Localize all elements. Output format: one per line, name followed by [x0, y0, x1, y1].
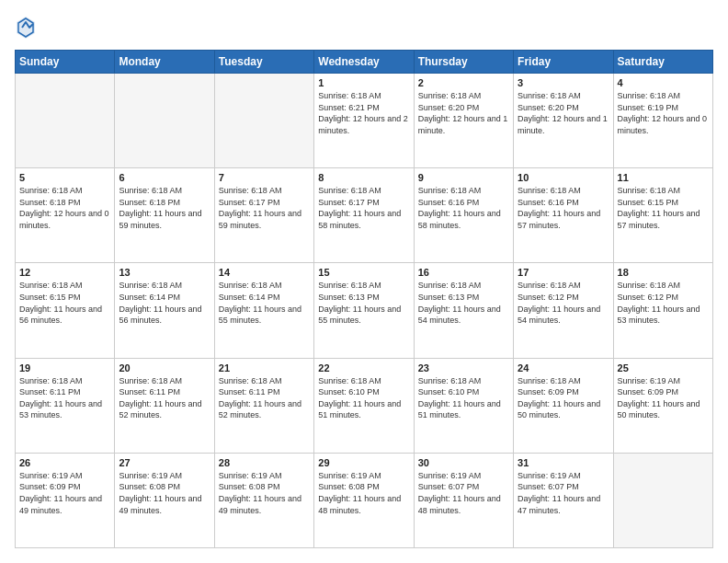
day-info: Sunrise: 6:18 AM Sunset: 6:21 PM Dayligh…: [318, 90, 409, 136]
day-info: Sunrise: 6:18 AM Sunset: 6:13 PM Dayligh…: [318, 280, 409, 326]
calendar-cell: [214, 74, 313, 168]
calendar-cell: 10Sunrise: 6:18 AM Sunset: 6:16 PM Dayli…: [514, 168, 613, 263]
calendar-cell: 1Sunrise: 6:18 AM Sunset: 6:21 PM Daylig…: [314, 74, 414, 168]
calendar-cell: 21Sunrise: 6:18 AM Sunset: 6:11 PM Dayli…: [214, 358, 313, 453]
day-number: 27: [119, 457, 210, 468]
day-number: 19: [19, 362, 110, 373]
calendar-cell: [115, 74, 214, 168]
day-number: 29: [318, 457, 409, 468]
calendar-cell: 9Sunrise: 6:18 AM Sunset: 6:16 PM Daylig…: [414, 168, 513, 263]
calendar-cell: 31Sunrise: 6:19 AM Sunset: 6:07 PM Dayli…: [514, 453, 613, 547]
calendar-cell: 15Sunrise: 6:18 AM Sunset: 6:13 PM Dayli…: [314, 263, 414, 358]
day-number: 16: [418, 267, 509, 278]
calendar-cell: 28Sunrise: 6:19 AM Sunset: 6:08 PM Dayli…: [214, 453, 313, 547]
calendar-cell: 6Sunrise: 6:18 AM Sunset: 6:18 PM Daylig…: [115, 168, 214, 263]
header: [15, 15, 713, 40]
calendar-cell: 24Sunrise: 6:18 AM Sunset: 6:09 PM Dayli…: [514, 358, 613, 453]
col-friday: Friday: [514, 51, 613, 74]
calendar-cell: 3Sunrise: 6:18 AM Sunset: 6:20 PM Daylig…: [514, 74, 613, 168]
day-number: 26: [19, 457, 110, 468]
calendar-cell: [16, 74, 115, 168]
day-info: Sunrise: 6:18 AM Sunset: 6:15 PM Dayligh…: [618, 185, 709, 231]
day-info: Sunrise: 6:18 AM Sunset: 6:18 PM Dayligh…: [19, 185, 110, 231]
calendar-cell: 2Sunrise: 6:18 AM Sunset: 6:20 PM Daylig…: [414, 74, 513, 168]
calendar-cell: 4Sunrise: 6:18 AM Sunset: 6:19 PM Daylig…: [613, 74, 712, 168]
logo-icon: [15, 15, 37, 40]
calendar-table: Sunday Monday Tuesday Wednesday Thursday…: [15, 50, 713, 548]
day-number: 2: [418, 77, 509, 88]
day-info: Sunrise: 6:18 AM Sunset: 6:12 PM Dayligh…: [618, 280, 709, 326]
day-info: Sunrise: 6:19 AM Sunset: 6:08 PM Dayligh…: [119, 470, 210, 516]
day-info: Sunrise: 6:18 AM Sunset: 6:09 PM Dayligh…: [518, 375, 609, 421]
calendar-cell: [613, 453, 712, 547]
calendar-cell: 19Sunrise: 6:18 AM Sunset: 6:11 PM Dayli…: [16, 358, 115, 453]
svg-marker-0: [17, 17, 35, 39]
day-number: 17: [518, 267, 609, 278]
day-info: Sunrise: 6:18 AM Sunset: 6:14 PM Dayligh…: [219, 280, 310, 326]
calendar-week-row: 5Sunrise: 6:18 AM Sunset: 6:18 PM Daylig…: [16, 168, 713, 263]
col-monday: Monday: [115, 51, 214, 74]
calendar-cell: 16Sunrise: 6:18 AM Sunset: 6:13 PM Dayli…: [414, 263, 513, 358]
calendar-cell: 7Sunrise: 6:18 AM Sunset: 6:17 PM Daylig…: [214, 168, 313, 263]
day-number: 15: [318, 267, 409, 278]
day-info: Sunrise: 6:18 AM Sunset: 6:11 PM Dayligh…: [219, 375, 310, 421]
day-info: Sunrise: 6:18 AM Sunset: 6:19 PM Dayligh…: [618, 90, 709, 136]
calendar-cell: 22Sunrise: 6:18 AM Sunset: 6:10 PM Dayli…: [314, 358, 414, 453]
day-info: Sunrise: 6:18 AM Sunset: 6:10 PM Dayligh…: [418, 375, 509, 421]
day-number: 20: [119, 362, 210, 373]
day-info: Sunrise: 6:18 AM Sunset: 6:11 PM Dayligh…: [119, 375, 210, 421]
day-info: Sunrise: 6:19 AM Sunset: 6:08 PM Dayligh…: [318, 470, 409, 516]
day-info: Sunrise: 6:18 AM Sunset: 6:20 PM Dayligh…: [518, 90, 609, 136]
day-info: Sunrise: 6:18 AM Sunset: 6:16 PM Dayligh…: [518, 185, 609, 231]
day-number: 14: [219, 267, 310, 278]
day-info: Sunrise: 6:18 AM Sunset: 6:20 PM Dayligh…: [418, 90, 509, 136]
day-number: 28: [219, 457, 310, 468]
col-tuesday: Tuesday: [214, 51, 313, 74]
calendar-cell: 25Sunrise: 6:19 AM Sunset: 6:09 PM Dayli…: [613, 358, 712, 453]
calendar-cell: 27Sunrise: 6:19 AM Sunset: 6:08 PM Dayli…: [115, 453, 214, 547]
day-number: 6: [119, 172, 210, 183]
calendar-header-row: Sunday Monday Tuesday Wednesday Thursday…: [16, 51, 713, 74]
day-info: Sunrise: 6:18 AM Sunset: 6:12 PM Dayligh…: [518, 280, 609, 326]
day-number: 18: [618, 267, 709, 278]
calendar-cell: 20Sunrise: 6:18 AM Sunset: 6:11 PM Dayli…: [115, 358, 214, 453]
calendar-cell: 11Sunrise: 6:18 AM Sunset: 6:15 PM Dayli…: [613, 168, 712, 263]
day-number: 24: [518, 362, 609, 373]
day-number: 9: [418, 172, 509, 183]
day-info: Sunrise: 6:19 AM Sunset: 6:08 PM Dayligh…: [219, 470, 310, 516]
calendar-week-row: 1Sunrise: 6:18 AM Sunset: 6:21 PM Daylig…: [16, 74, 713, 168]
day-info: Sunrise: 6:18 AM Sunset: 6:16 PM Dayligh…: [418, 185, 509, 231]
day-number: 8: [318, 172, 409, 183]
day-number: 22: [318, 362, 409, 373]
day-number: 7: [219, 172, 310, 183]
calendar-cell: 17Sunrise: 6:18 AM Sunset: 6:12 PM Dayli…: [514, 263, 613, 358]
calendar-cell: 18Sunrise: 6:18 AM Sunset: 6:12 PM Dayli…: [613, 263, 712, 358]
day-number: 3: [518, 77, 609, 88]
day-number: 30: [418, 457, 509, 468]
day-info: Sunrise: 6:18 AM Sunset: 6:15 PM Dayligh…: [19, 280, 110, 326]
day-number: 10: [518, 172, 609, 183]
day-info: Sunrise: 6:18 AM Sunset: 6:17 PM Dayligh…: [219, 185, 310, 231]
day-number: 13: [119, 267, 210, 278]
logo: [15, 15, 40, 40]
col-wednesday: Wednesday: [314, 51, 414, 74]
day-number: 5: [19, 172, 110, 183]
calendar-cell: 12Sunrise: 6:18 AM Sunset: 6:15 PM Dayli…: [16, 263, 115, 358]
calendar-week-row: 12Sunrise: 6:18 AM Sunset: 6:15 PM Dayli…: [16, 263, 713, 358]
day-number: 25: [618, 362, 709, 373]
day-number: 21: [219, 362, 310, 373]
col-saturday: Saturday: [613, 51, 712, 74]
calendar-week-row: 26Sunrise: 6:19 AM Sunset: 6:09 PM Dayli…: [16, 453, 713, 547]
calendar-cell: 14Sunrise: 6:18 AM Sunset: 6:14 PM Dayli…: [214, 263, 313, 358]
calendar-cell: 29Sunrise: 6:19 AM Sunset: 6:08 PM Dayli…: [314, 453, 414, 547]
calendar-cell: 5Sunrise: 6:18 AM Sunset: 6:18 PM Daylig…: [16, 168, 115, 263]
calendar-cell: 23Sunrise: 6:18 AM Sunset: 6:10 PM Dayli…: [414, 358, 513, 453]
day-info: Sunrise: 6:19 AM Sunset: 6:07 PM Dayligh…: [518, 470, 609, 516]
col-thursday: Thursday: [414, 51, 513, 74]
day-number: 1: [318, 77, 409, 88]
day-info: Sunrise: 6:18 AM Sunset: 6:10 PM Dayligh…: [318, 375, 409, 421]
day-info: Sunrise: 6:18 AM Sunset: 6:18 PM Dayligh…: [119, 185, 210, 231]
day-info: Sunrise: 6:18 AM Sunset: 6:17 PM Dayligh…: [318, 185, 409, 231]
calendar-week-row: 19Sunrise: 6:18 AM Sunset: 6:11 PM Dayli…: [16, 358, 713, 453]
day-info: Sunrise: 6:18 AM Sunset: 6:14 PM Dayligh…: [119, 280, 210, 326]
